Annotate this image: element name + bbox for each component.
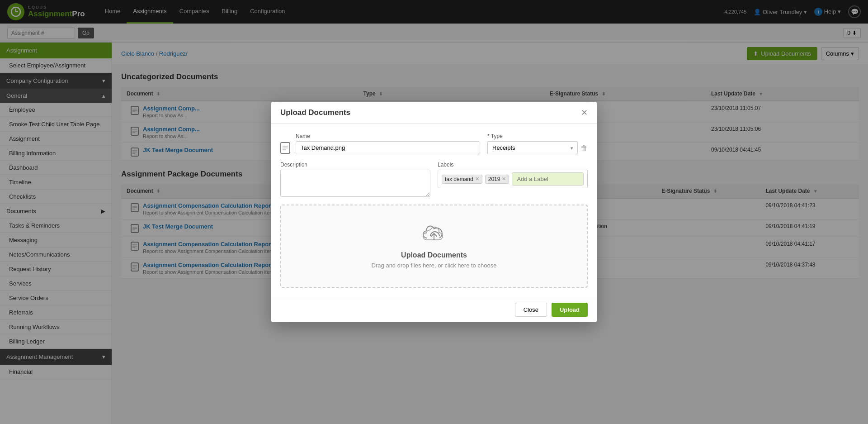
delete-row-button[interactable]: 🗑 [580, 144, 588, 152]
modal-overlay[interactable]: Upload Documents ✕ Name * T [0, 0, 868, 424]
modal-close-button[interactable]: ✕ [581, 109, 588, 117]
modal-close-btn[interactable]: Close [515, 303, 547, 317]
labels-label: Labels [438, 162, 588, 168]
description-textarea[interactable] [280, 170, 430, 197]
label-tag-tax-demand: tax demand ✕ [442, 175, 482, 184]
labels-container: tax demand ✕ 2019 ✕ [438, 170, 588, 188]
upload-drop-title: Upload Documents [401, 251, 467, 259]
remove-tag-tax-demand[interactable]: ✕ [475, 176, 479, 182]
modal-body: Name * Type Receipts Other Merge Documen… [271, 124, 597, 297]
type-select-wrapper: Receipts Other Merge Document Definition… [487, 141, 578, 154]
type-select[interactable]: Receipts Other Merge Document Definition… [487, 141, 578, 154]
cloud-upload-icon [422, 224, 446, 247]
modal-title: Upload Documents [280, 108, 350, 117]
doc-form-icon [280, 142, 290, 155]
add-label-input[interactable] [512, 172, 584, 186]
modal-header: Upload Documents ✕ [271, 102, 597, 124]
remove-tag-2019[interactable]: ✕ [502, 176, 506, 182]
modal-upload-btn[interactable]: Upload [552, 303, 588, 317]
description-label: Description [280, 162, 430, 168]
upload-drop-zone[interactable]: Upload Documents Drag and drop files her… [280, 205, 588, 288]
modal-footer: Close Upload [271, 297, 597, 322]
label-tag-2019: 2019 ✕ [485, 175, 509, 184]
upload-documents-modal: Upload Documents ✕ Name * T [271, 102, 597, 322]
name-input[interactable] [296, 141, 480, 154]
upload-drop-subtitle: Drag and drop files here, or click here … [372, 262, 497, 269]
type-label: * Type [487, 133, 578, 139]
name-label: Name [296, 133, 480, 139]
